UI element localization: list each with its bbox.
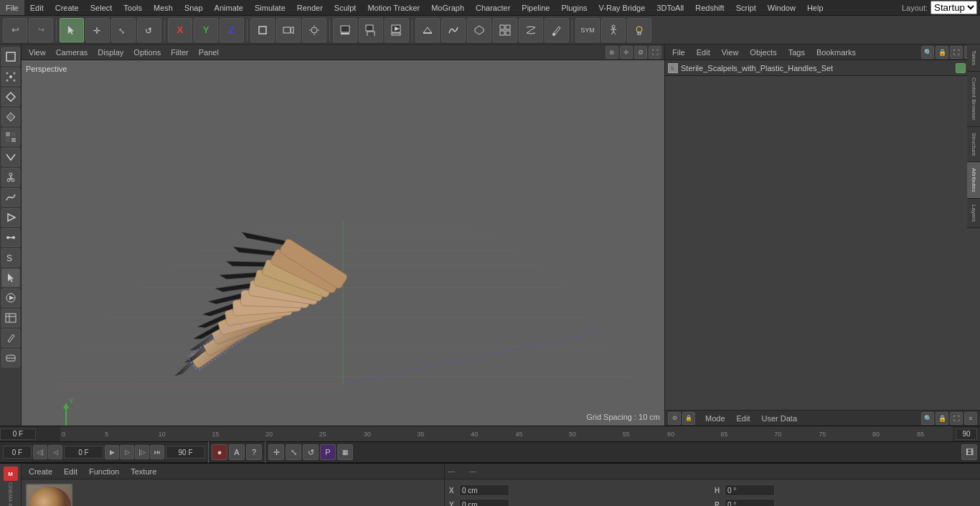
timeline-mode-btn[interactable]: 🎞 xyxy=(961,444,977,460)
obj-menu-file[interactable]: File xyxy=(668,44,689,60)
attr-menu-mode[interactable]: Mode xyxy=(701,411,730,426)
attr-icon3[interactable]: ⛶ xyxy=(950,412,963,425)
menu-help[interactable]: Help xyxy=(801,0,829,15)
axis-z-button[interactable]: Z xyxy=(220,18,244,42)
lt-texture[interactable] xyxy=(1,128,20,146)
menu-create[interactable]: Create xyxy=(50,0,85,15)
coord-y-field[interactable] xyxy=(459,499,509,506)
viewport[interactable]: View Cameras Display Options Filter Pane… xyxy=(22,44,664,426)
spline-tool[interactable] xyxy=(441,18,466,42)
attr-menu-edit[interactable]: Edit xyxy=(732,411,755,426)
move-tl-btn[interactable]: ✛ xyxy=(268,444,284,460)
vtab-content-browser[interactable]: Content Browser xyxy=(967,72,980,127)
vp-menu-panel[interactable]: Panel xyxy=(194,44,223,60)
coord-x-field[interactable] xyxy=(459,484,509,496)
vp-menu-filter[interactable]: Filter xyxy=(166,44,192,60)
rotate-tool[interactable]: ↺ xyxy=(137,18,161,42)
material-thumbnail[interactable] xyxy=(26,484,72,506)
mat-menu-texture[interactable]: Texture xyxy=(126,464,161,479)
undo-button[interactable]: ↩ xyxy=(3,18,27,42)
menu-snap[interactable]: Snap xyxy=(179,0,209,15)
deformer-tool[interactable] xyxy=(519,18,543,42)
camera-tool[interactable] xyxy=(276,18,301,42)
material-slot[interactable]: scalpel_ xyxy=(26,484,72,506)
mat-menu-edit[interactable]: Edit xyxy=(60,464,82,479)
lt-extras[interactable] xyxy=(1,309,20,327)
vtab-layers[interactable]: Layers xyxy=(967,199,980,228)
vp-menu-view[interactable]: View xyxy=(24,44,50,60)
axis-x-button[interactable]: X xyxy=(168,18,192,42)
lt-mode-points[interactable] xyxy=(1,67,20,86)
menu-script[interactable]: Script xyxy=(730,0,762,15)
end-frame-field[interactable] xyxy=(166,446,205,459)
menu-render[interactable]: Render xyxy=(291,0,329,15)
lt-anim[interactable] xyxy=(1,228,20,247)
vtab-takes[interactable]: Takes xyxy=(967,44,980,72)
obj-menu-edit[interactable]: Edit xyxy=(692,44,715,60)
transport-prev-btn[interactable]: ◁| xyxy=(33,445,47,459)
anim-btn[interactable]: P xyxy=(320,444,336,460)
floor-tool[interactable] xyxy=(415,18,440,42)
lt-extras2[interactable] xyxy=(1,349,20,367)
make-preview-tool[interactable] xyxy=(385,18,409,42)
transport-last-btn[interactable]: ⏭ xyxy=(150,445,164,459)
menu-animate[interactable]: Animate xyxy=(209,0,249,15)
menu-select[interactable]: Select xyxy=(85,0,118,15)
menu-plugins[interactable]: Plugins xyxy=(555,0,593,15)
obj-search-icon[interactable]: 🔍 xyxy=(921,46,934,59)
render-tool[interactable] xyxy=(333,18,357,42)
layout-selector[interactable]: Startup xyxy=(930,1,977,14)
menu-edit[interactable]: Edit xyxy=(24,0,50,15)
light-tool[interactable] xyxy=(302,18,326,42)
rot-tl-btn[interactable]: ↺ xyxy=(303,444,319,460)
obj-menu-view[interactable]: View xyxy=(717,44,743,60)
obj-menu-bookmarks[interactable]: Bookmarks xyxy=(812,44,860,60)
coord-p-field[interactable] xyxy=(725,499,775,506)
attr-icon4[interactable]: ≡ xyxy=(964,412,977,425)
redo-button[interactable]: ↪ xyxy=(29,18,53,42)
lt-rigging[interactable] xyxy=(1,168,20,187)
obj-visible-icon[interactable] xyxy=(956,63,966,73)
polygon-tool[interactable] xyxy=(467,18,491,42)
attr-icon1[interactable]: 🔍 xyxy=(921,412,934,425)
menu-3dtoall[interactable]: 3DToAll xyxy=(651,0,689,15)
vtab-structure[interactable]: Structure xyxy=(967,127,980,162)
attr-search-icon[interactable]: ⚙ xyxy=(668,412,681,425)
render-queue-tool[interactable] xyxy=(359,18,383,42)
lt-uvw[interactable] xyxy=(1,148,20,167)
obj-expand-icon[interactable]: ⛶ xyxy=(950,46,963,59)
obj-menu-objects[interactable]: Objects xyxy=(745,44,781,60)
menu-sculpt[interactable]: Sculpt xyxy=(329,0,362,15)
lt-paint[interactable] xyxy=(1,329,20,347)
bulb-tool[interactable] xyxy=(627,18,651,42)
menu-redshift[interactable]: Redshift xyxy=(689,0,730,15)
menu-character[interactable]: Character xyxy=(470,0,516,15)
cube-tool[interactable] xyxy=(250,18,275,42)
lt-mode-object[interactable] xyxy=(1,47,20,66)
vp-menu-options[interactable]: Options xyxy=(129,44,165,60)
vp-icon-maximize[interactable]: ⛶ xyxy=(649,46,661,59)
lt-snap[interactable]: S xyxy=(1,248,20,267)
lt-motion[interactable] xyxy=(1,208,20,227)
menu-tools[interactable]: Tools xyxy=(118,0,148,15)
obj-menu-tags[interactable]: Tags xyxy=(784,44,809,60)
char-anim-tool[interactable] xyxy=(601,18,626,42)
vp-menu-cameras[interactable]: Cameras xyxy=(52,44,93,60)
menu-mograph[interactable]: MoGraph xyxy=(425,0,470,15)
timeline-ruler[interactable]: 0 5 10 15 20 25 30 35 40 45 50 55 60 65 … xyxy=(60,426,953,441)
scale-tl-btn[interactable]: ⤡ xyxy=(286,444,301,460)
axis-y-button[interactable]: Y xyxy=(194,18,218,42)
attr-menu-userdata[interactable]: User Data xyxy=(758,411,802,426)
menu-file[interactable]: File xyxy=(0,0,24,15)
key-btn[interactable]: ? xyxy=(246,444,262,460)
vp-icon-settings[interactable]: ⚙ xyxy=(634,46,647,59)
transport-play-fwd-btn[interactable]: ▶ xyxy=(105,445,119,459)
mat-menu-create[interactable]: Create xyxy=(24,464,57,479)
attr-icon2[interactable]: 🔒 xyxy=(936,412,948,425)
vp-menu-display[interactable]: Display xyxy=(93,44,128,60)
lt-select[interactable] xyxy=(1,268,20,287)
menu-window[interactable]: Window xyxy=(762,0,801,15)
move-tool[interactable]: ✛ xyxy=(85,18,110,42)
obj-lock-icon[interactable]: 🔒 xyxy=(936,46,948,59)
menu-vray[interactable]: V-Ray Bridge xyxy=(593,0,651,15)
